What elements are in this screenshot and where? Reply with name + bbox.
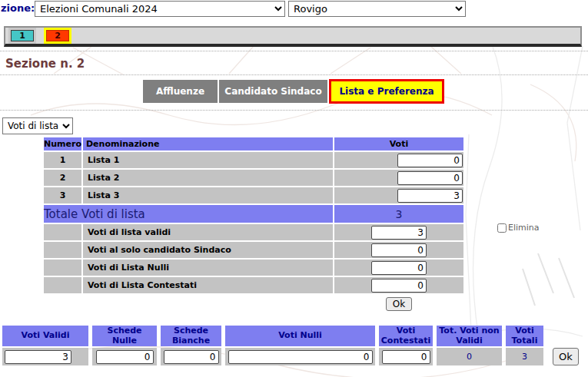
table-row: Voti di lista validi	[44, 224, 463, 240]
voti-validi-input[interactable]	[5, 350, 71, 364]
tab-affluenze[interactable]: Affluenze	[143, 80, 218, 103]
election-label: zione:	[1, 2, 35, 14]
row-label: Voti di lista validi	[83, 224, 333, 240]
summary-table: Voti Validi Schede Nulle Schede Bianche …	[2, 326, 543, 365]
row-number: 3	[44, 187, 81, 203]
schede-nulle-input[interactable]	[96, 350, 154, 364]
row-label: Lista 2	[83, 170, 333, 186]
summary-header-voti-nulli: Voti Nulli	[225, 326, 375, 346]
votes-input-lista-3[interactable]	[397, 189, 463, 203]
table-row: 2 Lista 2	[44, 170, 463, 186]
section-strip: 1 2	[4, 26, 582, 47]
voti-solo-sindaco-input[interactable]	[371, 243, 427, 257]
voti-lista-contestati-input[interactable]	[371, 279, 427, 293]
divider	[0, 110, 588, 111]
row-number: 2	[44, 170, 81, 186]
lista-votes-table: Numero Denominazione Voti 1 Lista 1 2 Li…	[42, 136, 465, 313]
tot-voti-non-validi-value: 0	[467, 352, 472, 362]
table-header-row: Numero Denominazione Voti	[44, 137, 463, 150]
voti-nulli-input[interactable]	[228, 350, 373, 364]
row-number-empty	[44, 260, 81, 276]
summary-header-schede-nulle: Schede Nulle	[92, 326, 157, 346]
voti-lista-validi-input[interactable]	[371, 226, 427, 240]
table-row: Voti di Lista Nulli	[44, 260, 463, 276]
summary-header-tot-voti-non-validi: Tot. Voti non Validi	[437, 326, 502, 346]
votes-input-lista-2[interactable]	[397, 171, 463, 185]
voti-totali-value: 3	[522, 352, 527, 362]
table-row: 1 Lista 1	[44, 152, 463, 168]
totale-row: Totale Voti di lista 3	[44, 205, 463, 223]
row-number-empty	[44, 277, 81, 293]
municipality-select[interactable]: Rovigo	[288, 1, 466, 17]
election-select[interactable]: Elezioni Comunali 2024	[35, 1, 285, 17]
section-button-1[interactable]: 1	[11, 30, 34, 41]
page: zione: Elezioni Comunali 2024 Rovigo 1 2…	[0, 0, 588, 377]
divider	[0, 51, 588, 51]
votes-input-lista-1[interactable]	[397, 154, 463, 167]
column-header-denominazione: Denominazione	[83, 137, 333, 150]
row-number-empty	[44, 224, 81, 240]
column-header-voti: Voti	[334, 137, 463, 150]
table-row: 3 Lista 3	[44, 187, 463, 203]
voti-lista-nulli-input[interactable]	[371, 261, 427, 275]
divider	[0, 74, 588, 75]
summary-header-voti-totali: Voti Totali	[506, 326, 543, 346]
summary-ok-button[interactable]: Ok	[553, 348, 579, 365]
row-label: Lista 3	[83, 187, 333, 203]
table-row: Voti di Lista Contestati	[44, 277, 463, 293]
row-number-empty	[44, 242, 81, 258]
page-title: Sezione n. 2	[5, 57, 85, 71]
row-label: Voti al solo candidato Sindaco	[83, 242, 333, 258]
ok-row: Ok	[44, 295, 463, 311]
elimina-label: Elimina	[508, 223, 540, 233]
elimina-checkbox[interactable]	[497, 223, 507, 233]
row-label: Lista 1	[83, 152, 333, 168]
row-label: Voti di Lista Contestati	[83, 277, 333, 293]
table-row: Voti al solo candidato Sindaco	[44, 242, 463, 258]
elimina-control: Elimina	[497, 223, 540, 233]
summary-header-voti-validi: Voti Validi	[2, 326, 88, 346]
totale-value: 3	[334, 205, 463, 223]
tab-candidato-sindaco[interactable]: Candidato Sindaco	[219, 80, 327, 103]
row-number: 1	[44, 152, 81, 168]
tab-lista-e-preferenza[interactable]: Lista e Preferenza	[329, 79, 444, 104]
view-type-select[interactable]: Voti di lista	[2, 117, 73, 134]
row-label: Voti di Lista Nulli	[83, 260, 333, 276]
summary-header-schede-bianche: Schede Bianche	[161, 326, 221, 346]
schede-bianche-input[interactable]	[164, 350, 219, 364]
voti-contestati-input[interactable]	[382, 350, 430, 364]
column-header-numero: Numero	[44, 137, 81, 150]
summary-header-voti-contestati: Voti Contestati	[379, 326, 433, 346]
totale-label: Totale Voti di lista	[44, 205, 333, 223]
section-button-2[interactable]: 2	[46, 30, 69, 41]
lista-ok-button[interactable]: Ok	[386, 297, 412, 311]
